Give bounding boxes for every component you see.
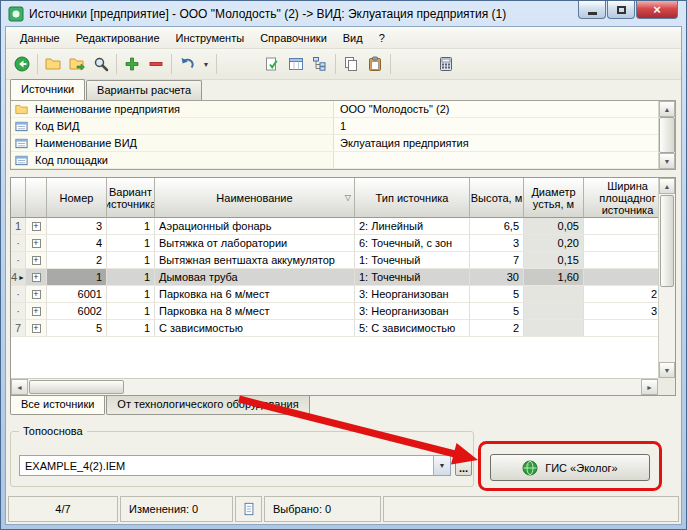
minimize-button[interactable]: [578, 1, 606, 19]
cell-variant[interactable]: 1: [107, 218, 155, 235]
gis-ecolog-button[interactable]: ГИС «Эколог»: [490, 454, 650, 481]
cell-type[interactable]: 2: Линейный: [355, 218, 470, 235]
cell-diameter[interactable]: 0,05: [524, 218, 584, 235]
cell-number-focused[interactable]: 1: [47, 269, 107, 286]
search-button[interactable]: [89, 52, 113, 76]
expand-button[interactable]: +: [32, 307, 41, 316]
menu-edit[interactable]: Редактирование: [68, 29, 168, 47]
property-scrollbar[interactable]: ▲ ▼: [658, 101, 675, 169]
cell-name[interactable]: Вытяжка от лаборатории: [155, 235, 355, 252]
paste-button[interactable]: [363, 52, 387, 76]
expand-button[interactable]: +: [32, 222, 41, 231]
cell-width[interactable]: [584, 252, 658, 269]
cell-height[interactable]: 5: [470, 303, 524, 320]
scroll-left-icon[interactable]: ◄: [11, 379, 28, 395]
col-height-header[interactable]: Высота, м: [470, 178, 524, 218]
scroll-up-icon[interactable]: ▲: [659, 178, 675, 194]
row-indicator[interactable]: 1: [11, 218, 26, 235]
tab-all-sources[interactable]: Все источники: [10, 396, 105, 415]
cell-height[interactable]: 2: [470, 320, 524, 337]
row-indicator[interactable]: ·: [11, 286, 26, 303]
expand-button[interactable]: +: [32, 239, 41, 248]
cell-type[interactable]: 1: Точечный: [355, 252, 470, 269]
property-value[interactable]: Эклуатация предприятия: [333, 135, 658, 151]
col-width-header[interactable]: Ширина площадног источника: [584, 178, 658, 218]
cell-number[interactable]: 6002: [47, 303, 107, 320]
cell-height[interactable]: 30: [470, 269, 524, 286]
title-bar[interactable]: Источники [предприятие] - ООО "Молодость…: [1, 1, 686, 26]
grid-select-all-header[interactable]: [11, 178, 26, 218]
grid-vertical-scrollbar[interactable]: ▲ ▼: [658, 178, 675, 378]
cell-name[interactable]: Аэрационный фонарь: [155, 218, 355, 235]
cell-diameter[interactable]: [524, 320, 584, 337]
expand-button[interactable]: +: [32, 324, 41, 333]
cell-name[interactable]: Вытяжная вентшахта аккумулятор: [155, 252, 355, 269]
expand-button[interactable]: +: [32, 273, 41, 282]
cell-diameter[interactable]: 0,20: [524, 235, 584, 252]
topo-combobox[interactable]: EXAMPLE_4(2).IEM ▼: [19, 455, 451, 476]
grid-row[interactable]: 7 + 5 1 С зависимостью 5: С зависимостью…: [11, 320, 658, 337]
row-indicator[interactable]: ·: [11, 235, 26, 252]
calculator-button[interactable]: [434, 52, 458, 76]
cell-diameter[interactable]: [524, 286, 584, 303]
menu-tools[interactable]: Инструменты: [168, 29, 253, 47]
menu-help[interactable]: ?: [371, 29, 393, 47]
cell-type[interactable]: 6: Точечный, с зон: [355, 235, 470, 252]
maximize-button[interactable]: [607, 1, 635, 19]
cell-name[interactable]: Парковка на 8 м/мест: [155, 303, 355, 320]
browse-button[interactable]: ...: [455, 455, 472, 476]
menu-view[interactable]: Вид: [335, 29, 371, 47]
cell-type[interactable]: 5: С зависимостью: [355, 320, 470, 337]
cell-width[interactable]: [584, 218, 658, 235]
cell-type[interactable]: 3: Неорганизован: [355, 303, 470, 320]
scroll-thumb[interactable]: [659, 117, 675, 153]
cell-number[interactable]: 3: [47, 218, 107, 235]
grid-row[interactable]: · + 2 1 Вытяжная вентшахта аккумулятор 1…: [11, 252, 658, 269]
col-number-header[interactable]: Номер: [47, 178, 107, 218]
close-button[interactable]: ×: [636, 1, 678, 19]
col-name-header[interactable]: Наименование ▽: [155, 178, 355, 218]
row-indicator[interactable]: 4 ►: [11, 269, 26, 286]
refresh-button[interactable]: [65, 52, 89, 76]
cell-variant[interactable]: 1: [107, 303, 155, 320]
grid-row[interactable]: · + 4 1 Вытяжка от лаборатории 6: Точечн…: [11, 235, 658, 252]
cell-diameter[interactable]: 0,15: [524, 252, 584, 269]
cell-diameter[interactable]: 1,60: [524, 269, 584, 286]
cell-name[interactable]: С зависимостью: [155, 320, 355, 337]
cell-number[interactable]: 2: [47, 252, 107, 269]
row-indicator[interactable]: 7: [11, 320, 26, 337]
property-row[interactable]: Наименование предприятия ООО "Молодость"…: [11, 101, 658, 118]
tab-sources[interactable]: Источники: [10, 79, 85, 100]
property-row[interactable]: Наименование ВИД Эклуатация предприятия: [11, 135, 658, 152]
tab-calculation-variants[interactable]: Варианты расчета: [86, 80, 202, 100]
combo-dropdown-button[interactable]: ▼: [433, 456, 450, 475]
expand-button[interactable]: +: [32, 290, 41, 299]
col-type-header[interactable]: Тип источника: [355, 178, 470, 218]
cell-type[interactable]: 3: Неорганизован: [355, 286, 470, 303]
grid-row[interactable]: · + 6001 1 Парковка на 6 м/мест 3: Неорг…: [11, 286, 658, 303]
cell-width[interactable]: [584, 320, 658, 337]
cell-height[interactable]: 7: [470, 252, 524, 269]
delete-button[interactable]: [144, 52, 168, 76]
row-indicator[interactable]: ·: [11, 303, 26, 320]
cell-number[interactable]: 6001: [47, 286, 107, 303]
cell-variant[interactable]: 1: [107, 286, 155, 303]
cell-variant[interactable]: 1: [107, 269, 155, 286]
scroll-right-icon[interactable]: ►: [641, 379, 658, 395]
cell-width[interactable]: [584, 269, 658, 286]
grid-row-selected[interactable]: 4 ► + 1 1 Дымовая труба 1: Точечный 30 1…: [11, 269, 658, 286]
cell-width[interactable]: [584, 235, 658, 252]
back-button[interactable]: [10, 52, 34, 76]
grid-row[interactable]: · + 6002 1 Парковка на 8 м/мест 3: Неорг…: [11, 303, 658, 320]
cell-type[interactable]: 1: Точечный: [355, 269, 470, 286]
add-button[interactable]: [120, 52, 144, 76]
menu-directories[interactable]: Справочники: [252, 29, 335, 47]
check-button[interactable]: [260, 52, 284, 76]
scroll-down-icon[interactable]: ▼: [659, 153, 675, 169]
undo-dropdown-button[interactable]: ▼: [199, 52, 213, 76]
scroll-down-icon[interactable]: ▼: [659, 362, 675, 378]
property-row[interactable]: Код площадки: [11, 152, 658, 169]
grid-expand-header[interactable]: [26, 178, 47, 218]
cell-diameter[interactable]: [524, 303, 584, 320]
property-value[interactable]: ООО "Молодость" (2): [333, 101, 658, 117]
